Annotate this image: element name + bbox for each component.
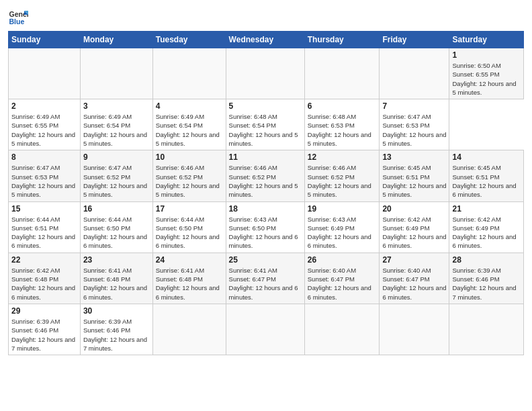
day-cell: 8 Sunrise: 6:47 AMSunset: 6:53 PMDayligh… <box>9 150 81 201</box>
day-cell: 14 Sunrise: 6:45 AMSunset: 6:51 PMDaylig… <box>449 150 524 201</box>
day-number: 2 <box>11 101 77 111</box>
day-cell: 6 Sunrise: 6:48 AMSunset: 6:53 PMDayligh… <box>304 99 380 150</box>
day-cell: 16 Sunrise: 6:44 AMSunset: 6:50 PMDaylig… <box>80 201 152 253</box>
day-detail: Sunrise: 6:49 AMSunset: 6:55 PMDaylight:… <box>11 112 77 148</box>
day-number: 3 <box>83 101 150 111</box>
day-cell: 15 Sunrise: 6:44 AMSunset: 6:51 PMDaylig… <box>9 201 81 253</box>
header-cell-wednesday: Wednesday <box>226 32 304 48</box>
day-detail: Sunrise: 6:45 AMSunset: 6:51 PMDaylight:… <box>452 163 521 199</box>
day-number: 18 <box>229 204 302 214</box>
day-cell: 4 Sunrise: 6:49 AMSunset: 6:54 PMDayligh… <box>152 99 226 150</box>
day-detail: Sunrise: 6:47 AMSunset: 6:53 PMDaylight:… <box>11 163 77 199</box>
calendar-container: General Blue SundayMondayTuesdayWednesda… <box>0 0 532 362</box>
day-cell: 29 Sunrise: 6:39 AMSunset: 6:46 PMDaylig… <box>9 304 81 355</box>
day-cell: 2 Sunrise: 6:49 AMSunset: 6:55 PMDayligh… <box>9 99 81 150</box>
header-row: SundayMondayTuesdayWednesdayThursdayFrid… <box>9 32 524 48</box>
day-detail: Sunrise: 6:48 AMSunset: 6:53 PMDaylight:… <box>308 112 377 148</box>
day-number: 19 <box>308 204 377 214</box>
day-detail: Sunrise: 6:44 AMSunset: 6:50 PMDaylight:… <box>156 215 223 250</box>
day-number: 6 <box>308 101 377 111</box>
svg-text:Blue: Blue <box>9 17 25 26</box>
empty-cell <box>449 304 524 355</box>
day-detail: Sunrise: 6:46 AMSunset: 6:52 PMDaylight:… <box>156 163 223 199</box>
day-cell: 5 Sunrise: 6:48 AMSunset: 6:54 PMDayligh… <box>226 99 304 150</box>
day-cell: 1 Sunrise: 6:50 AMSunset: 6:55 PMDayligh… <box>449 48 524 99</box>
day-detail: Sunrise: 6:44 AMSunset: 6:51 PMDaylight:… <box>11 215 77 250</box>
day-cell: 19 Sunrise: 6:43 AMSunset: 6:49 PMDaylig… <box>304 201 380 253</box>
day-number: 10 <box>156 152 223 162</box>
day-detail: Sunrise: 6:47 AMSunset: 6:53 PMDaylight:… <box>382 112 446 148</box>
day-number: 14 <box>452 152 521 162</box>
day-number: 13 <box>382 152 446 162</box>
week-row: 2 Sunrise: 6:49 AMSunset: 6:55 PMDayligh… <box>9 99 524 150</box>
day-detail: Sunrise: 6:39 AMSunset: 6:46 PMDaylight:… <box>11 317 77 353</box>
header-cell-sunday: Sunday <box>9 32 81 48</box>
day-number: 5 <box>229 101 302 111</box>
day-cell: 7 Sunrise: 6:47 AMSunset: 6:53 PMDayligh… <box>380 99 449 150</box>
day-cell: 13 Sunrise: 6:45 AMSunset: 6:51 PMDaylig… <box>380 150 449 201</box>
day-number: 8 <box>11 152 77 162</box>
day-detail: Sunrise: 6:40 AMSunset: 6:47 PMDaylight:… <box>382 266 446 302</box>
week-row: 15 Sunrise: 6:44 AMSunset: 6:51 PMDaylig… <box>9 201 524 253</box>
day-cell: 9 Sunrise: 6:47 AMSunset: 6:52 PMDayligh… <box>80 150 152 201</box>
day-detail: Sunrise: 6:39 AMSunset: 6:46 PMDaylight:… <box>83 317 150 353</box>
calendar-header: General Blue <box>8 7 524 27</box>
day-cell: 22 Sunrise: 6:42 AMSunset: 6:48 PMDaylig… <box>9 253 81 304</box>
day-number: 17 <box>156 204 223 214</box>
day-number: 11 <box>229 152 302 162</box>
empty-cell <box>380 48 449 99</box>
day-cell: 28 Sunrise: 6:39 AMSunset: 6:46 PMDaylig… <box>449 253 524 304</box>
day-detail: Sunrise: 6:42 AMSunset: 6:49 PMDaylight:… <box>452 215 521 250</box>
day-cell: 23 Sunrise: 6:41 AMSunset: 6:48 PMDaylig… <box>80 253 152 304</box>
empty-cell <box>380 304 449 355</box>
day-number: 29 <box>11 306 77 316</box>
day-detail: Sunrise: 6:45 AMSunset: 6:51 PMDaylight:… <box>382 163 446 199</box>
header-cell-thursday: Thursday <box>304 32 380 48</box>
empty-cell <box>304 304 380 355</box>
header-cell-saturday: Saturday <box>449 32 524 48</box>
day-number: 9 <box>83 152 150 162</box>
logo-icon: General Blue <box>8 7 28 27</box>
day-number: 4 <box>156 101 223 111</box>
day-detail: Sunrise: 6:43 AMSunset: 6:50 PMDaylight:… <box>229 215 302 250</box>
day-number: 15 <box>11 204 77 214</box>
day-cell: 12 Sunrise: 6:46 AMSunset: 6:52 PMDaylig… <box>304 150 380 201</box>
header-cell-friday: Friday <box>380 32 449 48</box>
header-cell-tuesday: Tuesday <box>152 32 226 48</box>
empty-cell <box>226 48 304 99</box>
day-detail: Sunrise: 6:42 AMSunset: 6:48 PMDaylight:… <box>11 266 77 302</box>
day-detail: Sunrise: 6:49 AMSunset: 6:54 PMDaylight:… <box>156 112 223 148</box>
day-number: 16 <box>83 204 150 214</box>
day-cell: 17 Sunrise: 6:44 AMSunset: 6:50 PMDaylig… <box>152 201 226 253</box>
day-detail: Sunrise: 6:40 AMSunset: 6:47 PMDaylight:… <box>308 266 377 302</box>
day-detail: Sunrise: 6:41 AMSunset: 6:47 PMDaylight:… <box>229 266 302 302</box>
day-detail: Sunrise: 6:44 AMSunset: 6:50 PMDaylight:… <box>83 215 150 250</box>
day-cell: 18 Sunrise: 6:43 AMSunset: 6:50 PMDaylig… <box>226 201 304 253</box>
day-cell: 10 Sunrise: 6:46 AMSunset: 6:52 PMDaylig… <box>152 150 226 201</box>
day-detail: Sunrise: 6:43 AMSunset: 6:49 PMDaylight:… <box>308 215 377 250</box>
day-cell: 20 Sunrise: 6:42 AMSunset: 6:49 PMDaylig… <box>380 201 449 253</box>
day-detail: Sunrise: 6:41 AMSunset: 6:48 PMDaylight:… <box>83 266 150 302</box>
day-cell: 11 Sunrise: 6:46 AMSunset: 6:52 PMDaylig… <box>226 150 304 201</box>
day-detail: Sunrise: 6:49 AMSunset: 6:54 PMDaylight:… <box>83 112 150 148</box>
week-row: 1 Sunrise: 6:50 AMSunset: 6:55 PMDayligh… <box>9 48 524 99</box>
day-cell: 30 Sunrise: 6:39 AMSunset: 6:46 PMDaylig… <box>80 304 152 355</box>
day-number: 21 <box>452 204 521 214</box>
day-number: 25 <box>229 255 302 265</box>
day-cell: 3 Sunrise: 6:49 AMSunset: 6:54 PMDayligh… <box>80 99 152 150</box>
week-row: 29 Sunrise: 6:39 AMSunset: 6:46 PMDaylig… <box>9 304 524 355</box>
empty-cell <box>226 304 304 355</box>
day-cell: 21 Sunrise: 6:42 AMSunset: 6:49 PMDaylig… <box>449 201 524 253</box>
day-detail: Sunrise: 6:48 AMSunset: 6:54 PMDaylight:… <box>229 112 302 148</box>
header-cell-monday: Monday <box>80 32 152 48</box>
day-cell: 26 Sunrise: 6:40 AMSunset: 6:47 PMDaylig… <box>304 253 380 304</box>
day-detail: Sunrise: 6:50 AMSunset: 6:55 PMDaylight:… <box>452 61 521 97</box>
day-detail: Sunrise: 6:39 AMSunset: 6:46 PMDaylight:… <box>452 266 521 302</box>
week-row: 8 Sunrise: 6:47 AMSunset: 6:53 PMDayligh… <box>9 150 524 201</box>
day-detail: Sunrise: 6:47 AMSunset: 6:52 PMDaylight:… <box>83 163 150 199</box>
week-row: 22 Sunrise: 6:42 AMSunset: 6:48 PMDaylig… <box>9 253 524 304</box>
day-detail: Sunrise: 6:42 AMSunset: 6:49 PMDaylight:… <box>382 215 446 250</box>
day-number: 7 <box>382 101 446 111</box>
day-number: 27 <box>382 255 446 265</box>
day-detail: Sunrise: 6:41 AMSunset: 6:48 PMDaylight:… <box>156 266 223 302</box>
